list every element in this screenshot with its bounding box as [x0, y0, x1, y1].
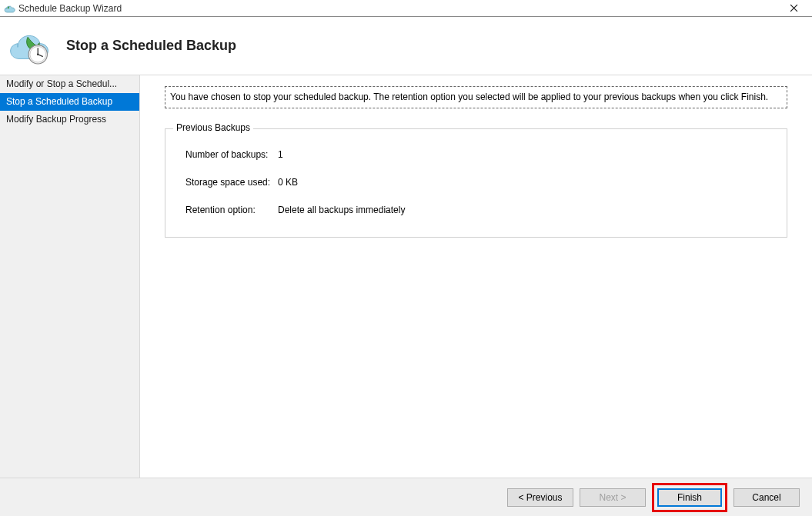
wizard-footer: < Previous Next > Finish Cancel: [0, 478, 812, 516]
previous-backups-group: Previous Backups Number of backups: 1 St…: [165, 128, 787, 238]
previous-backups-legend: Previous Backups: [173, 122, 253, 133]
label-number-of-backups: Number of backups:: [185, 149, 278, 160]
label-storage-space-used: Storage space used:: [185, 177, 278, 188]
title-bar: Schedule Backup Wizard: [0, 0, 812, 17]
row-storage-space-used: Storage space used: 0 KB: [185, 177, 767, 188]
wizard-header-icon: [6, 25, 52, 67]
main-panel: You have chosen to stop your scheduled b…: [140, 75, 812, 478]
window-title: Schedule Backup Wizard: [18, 3, 778, 14]
app-icon: [3, 2, 15, 15]
next-button: Next >: [580, 488, 646, 507]
info-message: You have chosen to stop your scheduled b…: [165, 86, 787, 108]
value-retention-option: Delete all backups immediately: [278, 205, 405, 215]
finish-button[interactable]: Finish: [657, 488, 722, 507]
wizard-steps-sidebar: Modify or Stop a Schedul... Stop a Sched…: [0, 75, 140, 478]
sidebar-item-stop-scheduled-backup[interactable]: Stop a Scheduled Backup: [0, 93, 139, 111]
label-retention-option: Retention option:: [185, 205, 278, 215]
close-button[interactable]: [778, 1, 809, 16]
value-storage-space-used: 0 KB: [278, 177, 298, 188]
sidebar-item-modify-or-stop[interactable]: Modify or Stop a Schedul...: [0, 75, 139, 93]
wizard-header: Stop a Scheduled Backup: [0, 17, 812, 75]
previous-button[interactable]: < Previous: [507, 488, 573, 507]
row-retention-option: Retention option: Delete all backups imm…: [185, 205, 767, 215]
row-number-of-backups: Number of backups: 1: [185, 149, 767, 160]
page-title: Stop a Scheduled Backup: [66, 38, 236, 54]
cancel-button[interactable]: Cancel: [733, 488, 800, 507]
finish-button-highlight: Finish: [652, 483, 727, 512]
sidebar-item-modify-backup-progress[interactable]: Modify Backup Progress: [0, 111, 139, 128]
content-area: Modify or Stop a Schedul... Stop a Sched…: [0, 75, 812, 478]
value-number-of-backups: 1: [278, 149, 283, 160]
svg-point-4: [37, 53, 39, 55]
